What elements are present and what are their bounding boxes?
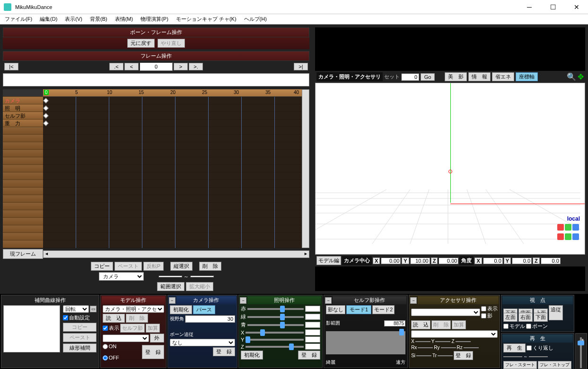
timeline-ruler[interactable]: 0 5 10 15 20 25 30 35 40 [43, 89, 302, 97]
viewport-3d[interactable]: local [315, 83, 585, 255]
first-frame-button[interactable]: |< [4, 63, 18, 70]
vsel-button[interactable]: 縦選択 [170, 262, 193, 271]
track-light[interactable]: 照 明 [3, 104, 43, 112]
undo-button[interactable]: 元に戻す [127, 39, 155, 48]
shadow-panel: −セルフ影操作 影なしモード1モード2 影範囲8875 綺麗遠方 [324, 295, 408, 368]
app-icon [4, 3, 11, 11]
set-input[interactable]: 0 [401, 73, 419, 81]
range-from[interactable] [158, 275, 182, 277]
light-b-slider[interactable] [247, 324, 304, 326]
rotate-gizmo[interactable] [557, 224, 581, 232]
light-y-slider[interactable] [246, 339, 304, 341]
keyframe-icon[interactable] [43, 105, 48, 111]
x-axis [450, 204, 585, 204]
light-g-slider[interactable] [247, 316, 304, 318]
menu-mocap[interactable]: モーションキャプ チャ(K) [173, 15, 239, 24]
follow-select[interactable]: なし [170, 339, 235, 346]
model-del[interactable]: 削 除 [126, 314, 148, 323]
axis-button[interactable]: 座標軸 [516, 72, 538, 81]
timeline-grid[interactable]: 0 5 10 15 20 25 30 35 40 [43, 89, 302, 248]
track-gravity[interactable]: 重 力 [3, 120, 43, 127]
keyframe-icon[interactable] [43, 120, 48, 126]
paste-button[interactable]: ペースト [114, 262, 142, 271]
track-shadow[interactable]: セルフ影 [3, 112, 43, 120]
collapse-icon[interactable]: − [325, 297, 332, 304]
range-to[interactable] [190, 275, 214, 277]
menu-face[interactable]: 表情(M) [112, 15, 136, 24]
curve-expand-icon[interactable]: ▭ [90, 306, 97, 312]
light-r-slider[interactable] [247, 308, 304, 310]
y-axis [450, 83, 451, 203]
model-ext-select[interactable] [103, 335, 149, 342]
cam-init[interactable]: 初期化 [170, 305, 192, 314]
light-z-slider[interactable] [246, 346, 304, 348]
collapse-icon[interactable]: − [169, 297, 176, 304]
minimize-button[interactable]: ─ [522, 1, 537, 13]
menu-edit[interactable]: 編集(D) [37, 15, 60, 24]
move-icon[interactable]: ✥ [578, 72, 584, 81]
cam-x[interactable]: 0.00 [381, 257, 401, 264]
ang-y[interactable]: 0.0 [512, 257, 532, 264]
model-edit-button[interactable]: モデル編 [316, 256, 341, 265]
menu-file[interactable]: ファイル(F) [2, 15, 35, 24]
menu-physics[interactable]: 物理演算(P) [138, 15, 171, 24]
curve-axis-select[interactable]: 回転 [63, 305, 89, 313]
model-register[interactable]: 登 録 [142, 345, 164, 359]
view-title: カメラ・照明・アクセサリ [316, 72, 383, 81]
prev-key-button[interactable]: .< [109, 63, 123, 70]
acc-select[interactable] [411, 309, 480, 316]
ang-z[interactable]: 0.0 [541, 257, 561, 264]
track-select[interactable]: カメラ [99, 272, 144, 281]
move-gizmo[interactable] [557, 233, 581, 241]
maximize-button[interactable]: ☐ [545, 1, 561, 13]
collapse-icon[interactable]: − [240, 297, 246, 304]
close-button[interactable]: ✕ [569, 1, 584, 13]
info-button[interactable]: 情 報 [468, 72, 491, 81]
cam-z[interactable]: 0.00 [439, 257, 458, 264]
model-load[interactable]: 読 込 [103, 314, 125, 323]
redo-button[interactable]: やり直し [158, 39, 185, 48]
go-button[interactable]: Go [421, 73, 435, 81]
nice-shadow-button[interactable]: 美 影 [445, 72, 467, 81]
flip-button[interactable]: 反転P [143, 262, 164, 271]
menu-help[interactable]: ヘルプ(H) [241, 15, 270, 24]
acc-bone-select[interactable] [411, 330, 498, 338]
collapse-icon[interactable]: − [410, 297, 417, 304]
fov-input[interactable]: 30 [185, 315, 235, 323]
accessory-panel: −アクセサリ操作 表示影 読 込削 除加算 XYZ RxRyRz SiTr登 録 [409, 295, 500, 368]
linear-button[interactable]: 線形補間 [63, 343, 97, 352]
curve-editor[interactable] [3, 305, 60, 352]
search-icon[interactable]: 🔍 [567, 72, 576, 81]
prev-frame-button[interactable]: < [124, 63, 139, 70]
model-select[interactable]: カメラ・照明・アクセサリ [103, 305, 164, 313]
delete-button[interactable]: 削 除 [199, 262, 221, 271]
keyframe-icon[interactable] [43, 113, 48, 118]
ang-x[interactable]: 0.0 [483, 257, 503, 264]
zoom-button[interactable]: 拡大縮小 [186, 282, 213, 291]
coordinate-bar: モデル編 カメラ中心 X0.00 Y10.00 Z0.00 角度 X0.0 Y0… [315, 255, 585, 266]
current-frame-label[interactable]: 現フレーム [3, 249, 43, 259]
track-camera[interactable]: カメラ [3, 97, 43, 104]
cam-y[interactable]: 10.00 [410, 257, 430, 264]
shadow-slider[interactable] [326, 331, 405, 354]
next-key-button[interactable]: >. [189, 63, 203, 70]
eco-button[interactable]: 省エネ [492, 72, 514, 81]
light-x-slider[interactable] [246, 332, 304, 334]
next-frame-button[interactable]: > [174, 63, 188, 70]
menu-bg[interactable]: 背景(B) [87, 15, 110, 24]
auto-check[interactable]: 自動設定 [63, 314, 97, 321]
curve-paste[interactable]: ペースト [63, 333, 97, 342]
volume-slider[interactable] [580, 337, 582, 368]
frame-input[interactable]: 0 [140, 62, 173, 71]
cam-register[interactable]: 登 録 [213, 347, 235, 356]
curve-copy[interactable]: コピー [63, 323, 97, 332]
keyframe-icon[interactable] [43, 98, 48, 103]
range-select-button[interactable]: 範囲選択 [157, 282, 184, 291]
cam-pers[interactable]: パース [193, 305, 215, 314]
last-frame-button[interactable]: >| [294, 63, 308, 70]
copy-button[interactable]: コピー [91, 262, 113, 271]
timeline-hscroll[interactable] [43, 250, 309, 258]
menu-view[interactable]: 表示(V) [62, 15, 85, 24]
play-panel: 再 生 再 生くり返し ～ フレ・スタートフレ・ストップ [501, 333, 574, 369]
timeline-vscroll[interactable] [302, 89, 309, 248]
